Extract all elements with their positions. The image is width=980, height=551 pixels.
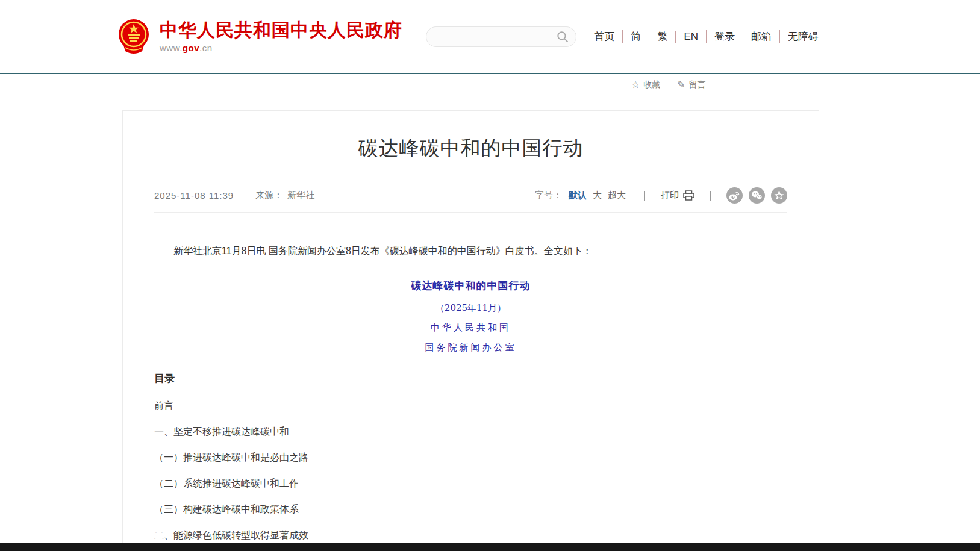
- toc-item-section1-2: （二）系统推进碳达峰碳中和工作: [154, 479, 787, 488]
- site-header: 中华人民共和国中央人民政府 www.gov.cn 首页 简 繁 EN 登录 邮箱…: [0, 0, 980, 73]
- url-gov: gov: [183, 43, 199, 53]
- toc-item-preface: 前言: [154, 401, 787, 411]
- article-meta: 2025-11-08 11:39 来源： 新华社: [154, 190, 314, 201]
- document-issuer-line1: 中华人民共和国: [154, 322, 787, 334]
- print-label: 打印: [661, 190, 679, 201]
- toc-list: 前言 一、坚定不移推进碳达峰碳中和 （一）推进碳达峰碳中和是必由之路 （二）系统…: [154, 401, 787, 551]
- pencil-icon: ✎: [677, 79, 685, 90]
- share-group: [726, 187, 787, 204]
- nav-item-login[interactable]: 登录: [706, 30, 743, 43]
- font-size-xlarge[interactable]: 超大: [608, 190, 626, 201]
- brand-block: 中华人民共和国中央人民政府 www.gov.cn: [160, 20, 402, 54]
- comment-link[interactable]: ✎ 留言: [677, 79, 705, 90]
- font-size-default[interactable]: 默认: [569, 190, 587, 201]
- nav-item-english[interactable]: EN: [675, 31, 706, 43]
- star-outline-icon: ☆: [631, 79, 640, 90]
- weibo-share-icon[interactable]: [726, 187, 743, 204]
- top-nav: 首页 简 繁 EN 登录 邮箱 无障碍: [586, 30, 826, 43]
- favorite-link[interactable]: ☆ 收藏: [631, 79, 660, 90]
- wechat-share-icon[interactable]: [749, 187, 765, 204]
- nav-item-mail[interactable]: 邮箱: [743, 30, 779, 43]
- subheader: ☆ 收藏 ✎ 留言: [0, 74, 980, 109]
- search-input[interactable]: [436, 32, 557, 42]
- document-heading: 碳达峰碳中和的中国行动 （2025年11月） 中华人民共和国 国务院新闻办公室: [154, 279, 787, 353]
- nav-item-accessibility[interactable]: 无障碍: [779, 30, 826, 43]
- favorite-label: 收藏: [643, 79, 660, 90]
- document-title: 碳达峰碳中和的中国行动: [154, 279, 787, 293]
- font-size-large[interactable]: 大: [593, 190, 602, 201]
- article-container: 碳达峰碳中和的中国行动 2025-11-08 11:39 来源： 新华社 字号：…: [122, 110, 819, 551]
- screenshot-bottom-edge: [0, 543, 980, 551]
- comment-label: 留言: [689, 79, 706, 90]
- url-cn: .cn: [199, 43, 213, 53]
- site-title: 中华人民共和国中央人民政府: [160, 20, 402, 41]
- search-icon[interactable]: [557, 31, 569, 43]
- toolbar-separator: [710, 191, 711, 201]
- nav-item-traditional[interactable]: 繁: [649, 30, 675, 43]
- article-toolbar: 字号： 默认 大 超大 打印: [535, 187, 787, 204]
- font-size-label: 字号：: [535, 190, 562, 201]
- url-www: www.: [160, 43, 183, 53]
- favorite-star-share-icon[interactable]: [771, 187, 787, 204]
- nav-item-simplified[interactable]: 简: [622, 30, 649, 43]
- site-url: www.gov.cn: [160, 43, 402, 53]
- search-box: [426, 26, 576, 47]
- toc-heading: 目录: [154, 372, 787, 385]
- national-emblem-icon: [117, 19, 150, 55]
- printer-icon: [683, 190, 694, 201]
- toc-item-section1-3: （三）构建碳达峰碳中和政策体系: [154, 505, 787, 514]
- source-label: 来源：: [255, 190, 282, 201]
- toc-item-section2: 二、能源绿色低碳转型取得显著成效: [154, 531, 787, 540]
- article-meta-row: 2025-11-08 11:39 来源： 新华社 字号： 默认 大 超大 打印: [154, 187, 787, 213]
- source-value: 新华社: [287, 190, 314, 201]
- print-button[interactable]: 打印: [661, 190, 694, 201]
- page-title: 碳达峰碳中和的中国行动: [154, 135, 787, 162]
- toolbar-separator: [644, 191, 645, 201]
- document-date: （2025年11月）: [154, 302, 787, 314]
- publish-date: 2025-11-08 11:39: [154, 190, 234, 201]
- document-issuer-line2: 国务院新闻办公室: [154, 342, 787, 353]
- toc-item-section1: 一、坚定不移推进碳达峰碳中和: [154, 427, 787, 437]
- national-emblem-logo[interactable]: [117, 19, 150, 55]
- quick-links: ☆ 收藏 ✎ 留言: [631, 79, 706, 90]
- toc-item-section1-1: （一）推进碳达峰碳中和是必由之路: [154, 453, 787, 462]
- lead-paragraph: 新华社北京11月8日电 国务院新闻办公室8日发布《碳达峰碳中和的中国行动》白皮书…: [154, 244, 787, 258]
- nav-item-home[interactable]: 首页: [586, 30, 622, 43]
